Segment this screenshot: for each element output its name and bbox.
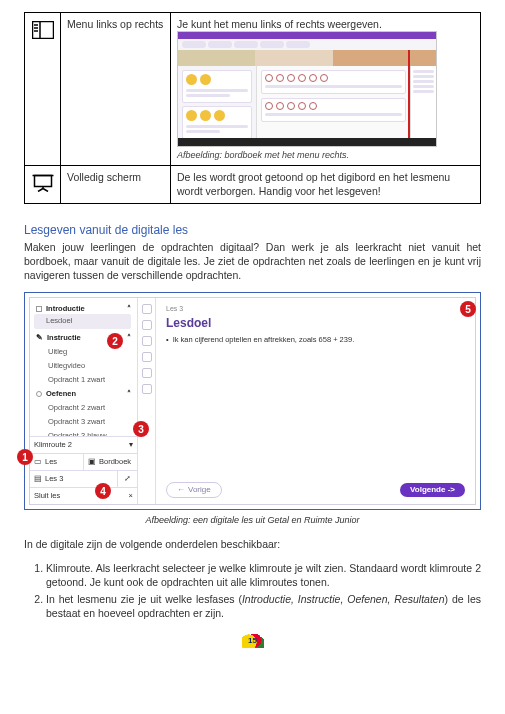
lesson-content: Les 3 Lesdoel Ik kan cijferend optellen …	[156, 298, 475, 504]
presentation-icon	[32, 174, 54, 192]
nav-group-label: Oefenen	[46, 389, 76, 399]
tab-bordboek[interactable]: ▣Bordboek	[83, 453, 137, 470]
list-item: Klimroute. Als leerkracht selecteer je w…	[46, 561, 481, 589]
feature-table: Menu links op rechts Je kunt het menu li…	[24, 12, 481, 204]
tab-les[interactable]: ▭Les	[30, 453, 83, 470]
lesson-nav: Introductie˄ Lesdoel ✎Instructie˄ Uitleg…	[30, 298, 138, 504]
nav-group-label: Instructie	[47, 333, 81, 343]
row-desc: Je kunt het menu links of rechts weergev…	[177, 17, 474, 31]
row-desc: De les wordt groot getoond op het digibo…	[171, 166, 481, 203]
prev-button[interactable]: ←Vorige	[166, 482, 222, 499]
nav-item-lesdoel[interactable]: Lesdoel	[34, 314, 131, 328]
tab-label: Bordboek	[99, 457, 131, 467]
svg-rect-5	[34, 176, 51, 187]
bordboek-figure	[177, 31, 437, 147]
section-intro: Maken jouw leerlingen de opdrachten digi…	[24, 240, 481, 283]
row-desc-cell: Je kunt het menu links of rechts weergev…	[171, 13, 481, 166]
digital-lesson-figure: Introductie˄ Lesdoel ✎Instructie˄ Uitleg…	[29, 297, 476, 505]
digital-lesson-figure-wrap: 1 2 3 4 5 Introductie˄ Lesdoel ✎Instruct…	[24, 292, 481, 510]
fullscreen-icon-cell	[25, 166, 61, 203]
page-footer: 15	[24, 634, 481, 652]
menu-side-icon-cell	[25, 13, 61, 166]
tool-icon[interactable]	[142, 384, 152, 394]
figure-caption: Afbeelding: bordboek met het menu rechts…	[177, 149, 474, 161]
svg-line-8	[38, 189, 43, 192]
row-name: Volledig scherm	[61, 166, 171, 203]
book-icon: ▣	[88, 457, 96, 467]
logo-cloud-icon: 15	[242, 634, 264, 648]
nav-item[interactable]: Opdracht 3 zwart	[36, 415, 131, 429]
lesson-title: Lesdoel	[166, 315, 465, 331]
menu-side-icon	[32, 21, 54, 39]
vertical-toolbar	[138, 298, 156, 504]
list-item: In het lesmenu zie je uit welke lesfases…	[46, 592, 481, 620]
tab-label: Les 3	[45, 474, 63, 484]
row-name: Menu links op rechts	[61, 13, 171, 166]
nav-group-label: Introductie	[46, 304, 85, 314]
svg-rect-0	[32, 22, 53, 39]
feature-list: Klimroute. Als leerkracht selecteer je w…	[24, 561, 481, 621]
svg-line-9	[43, 189, 48, 192]
lesson-goal-text: Ik kan cijferend optellen en aftrekken, …	[173, 335, 355, 345]
figure2-caption: Afbeelding: een digitale les uit Getal e…	[24, 514, 481, 526]
nav-item[interactable]: Uitlegvideo	[36, 359, 131, 373]
arrow-left-icon: ←	[177, 485, 185, 496]
lesson-goal: Ik kan cijferend optellen en aftrekken, …	[166, 335, 465, 345]
nav-item[interactable]: Opdracht 2 zwart	[36, 401, 131, 415]
nav-bottom: Klimroute 2▾ ▭Les ▣Bordboek ▤Les 3 ⤢ Slu…	[30, 436, 137, 505]
lesson-crumb: Les 3	[166, 304, 465, 313]
route-selector[interactable]: Klimroute 2▾	[30, 437, 137, 453]
list-icon: ▤	[34, 474, 42, 484]
nav-item[interactable]: Opdracht 1 zwart	[36, 373, 131, 387]
list-intro: In de digitale zijn de volgende onderdel…	[24, 537, 481, 551]
screen-icon: ▭	[34, 457, 42, 467]
expand-icon[interactable]: ⤢	[117, 470, 137, 487]
prev-label: Vorige	[188, 485, 211, 496]
tab-label: Sluit les	[34, 491, 60, 501]
tool-icon[interactable]	[142, 336, 152, 346]
tool-icon[interactable]	[142, 368, 152, 378]
tool-icon[interactable]	[142, 304, 152, 314]
route-selector-label: Klimroute 2	[34, 440, 72, 450]
page-number: 15	[242, 636, 264, 647]
close-icon: ×	[129, 491, 133, 501]
section-title: Lesgeven vanuit de digitale les	[24, 222, 481, 238]
tab-sluit-les[interactable]: Sluit les×	[30, 487, 137, 504]
next-button[interactable]: Volgende ->	[400, 483, 465, 498]
tool-icon[interactable]	[142, 320, 152, 330]
nav-group-oefenen[interactable]: Oefenen˄	[36, 387, 131, 401]
tab-label: Les	[45, 457, 57, 467]
tool-icon[interactable]	[142, 352, 152, 362]
